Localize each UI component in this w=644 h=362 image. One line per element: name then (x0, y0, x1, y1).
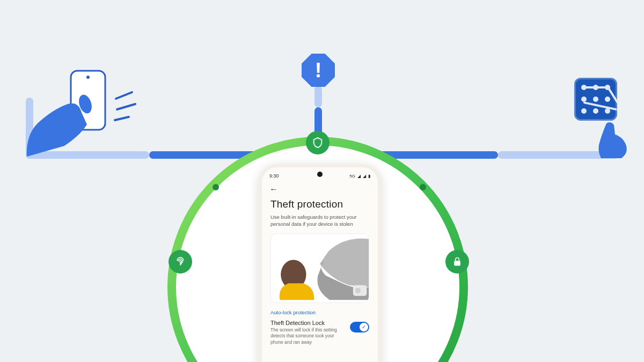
back-button[interactable]: ← (269, 184, 278, 194)
lock-icon (445, 250, 469, 274)
setting-title: Theft Detection Lock (270, 320, 346, 326)
pin-pad (574, 78, 617, 121)
svg-line-3 (116, 92, 132, 99)
pin-pad-illustration (574, 78, 628, 147)
ring-gap-left (213, 184, 219, 190)
toggle-knob: ✓ (360, 323, 368, 331)
shield-icon (306, 131, 330, 154)
status-network: 5G (349, 174, 355, 179)
phone-screen: 9:30 5G ◢ ◢ ▮ ← Theft protection Use bui… (262, 167, 378, 362)
phone-mockup: 9:30 5G ◢ ◢ ▮ ← Theft protection Use bui… (259, 164, 381, 362)
hand-phone-illustration (21, 65, 145, 157)
pointing-finger-icon (596, 121, 633, 158)
toggle-theft-detection[interactable]: ✓ (350, 322, 369, 333)
connector-top-light (314, 86, 322, 107)
alert-icon: ! (302, 54, 335, 87)
page-title: Theft protection (270, 198, 369, 210)
section-label: Auto-lock protection (270, 309, 369, 315)
fingerprint-icon (169, 250, 192, 274)
svg-rect-8 (454, 261, 460, 265)
settings-content: Theft protection Use built-in safeguards… (262, 195, 378, 362)
theft-illustration (270, 233, 369, 303)
ring-gap-right (420, 184, 426, 190)
signal-icon-2: ◢ (363, 174, 366, 179)
battery-icon: ▮ (368, 174, 370, 179)
setting-theft-detection-lock[interactable]: Theft Detection Lock The screen will loc… (270, 320, 369, 345)
svg-line-5 (115, 117, 129, 120)
svg-point-1 (86, 76, 90, 79)
svg-rect-11 (355, 288, 360, 293)
signal-icon: ◢ (357, 174, 361, 179)
setting-description: The screen will lock if this setting det… (270, 327, 346, 345)
alert-glyph: ! (315, 59, 322, 82)
status-time: 9:30 (269, 173, 279, 179)
page-subtitle: Use built-in safeguards to protect your … (270, 213, 369, 228)
camera-notch (317, 172, 323, 177)
app-bar: ← (262, 181, 378, 195)
svg-line-4 (117, 104, 135, 109)
